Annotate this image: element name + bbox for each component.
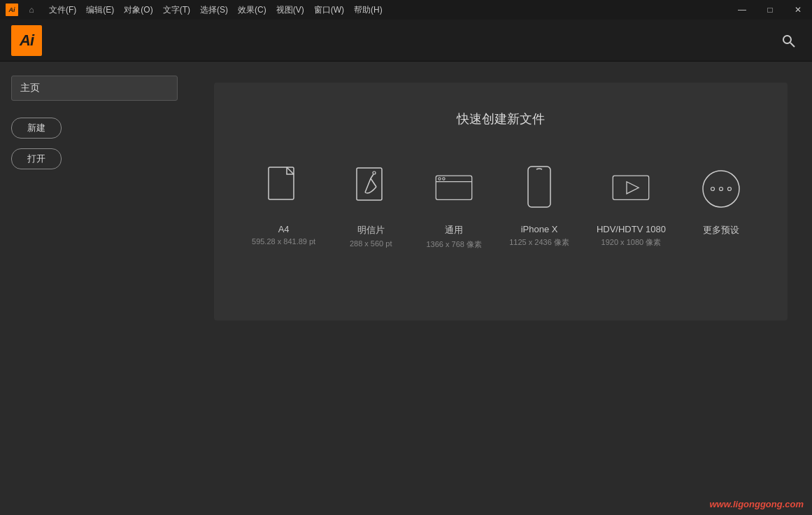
postcard-size: 288 x 560 pt: [350, 239, 392, 248]
preset-more[interactable]: 更多预设: [686, 155, 756, 245]
home-label: 主页: [11, 76, 178, 101]
svg-line-5: [371, 178, 376, 187]
svg-point-17: [719, 188, 722, 191]
main-content: 主页 新建 打开 快速创建新文件 A4: [0, 62, 812, 515]
a4-size: 595.28 x 841.89 pt: [252, 237, 315, 246]
menu-item-帮助H[interactable]: 帮助(H): [350, 3, 387, 17]
svg-rect-12: [528, 167, 550, 207]
app-logo-small: Ai: [6, 3, 18, 16]
preset-general[interactable]: 通用 1366 x 768 像素: [419, 155, 489, 255]
svg-marker-14: [627, 182, 639, 194]
svg-point-7: [373, 171, 376, 174]
svg-rect-13: [613, 176, 649, 199]
general-name: 通用: [445, 224, 463, 237]
svg-point-18: [727, 188, 731, 191]
svg-line-1: [790, 43, 795, 47]
a4-icon: [259, 161, 308, 217]
hdv-icon: [606, 161, 655, 217]
iphone-name: iPhone X: [521, 224, 558, 234]
iphone-size: 1125 x 2436 像素: [509, 237, 569, 248]
menu-item-文件F[interactable]: 文件(F): [45, 3, 80, 17]
more-icon: [697, 161, 746, 217]
hdv-name: HDV/HDTV 1080: [597, 224, 666, 234]
svg-point-15: [703, 171, 739, 207]
title-bar-controls: — □ ✕: [728, 0, 812, 20]
postcard-icon: [346, 161, 395, 217]
svg-rect-2: [269, 167, 294, 199]
preset-iphone[interactable]: iPhone X 1125 x 2436 像素: [502, 155, 576, 253]
menu-item-选择S[interactable]: 选择(S): [196, 3, 232, 17]
menu-item-对象O[interactable]: 对象(O): [120, 3, 157, 17]
close-button[interactable]: ✕: [784, 0, 812, 20]
minimize-button[interactable]: —: [728, 0, 756, 20]
menu-item-文字T[interactable]: 文字(T): [159, 3, 194, 17]
svg-rect-3: [357, 168, 382, 200]
open-button[interactable]: 打开: [11, 148, 62, 169]
search-button[interactable]: [776, 28, 801, 53]
menu-bar: 文件(F)编辑(E)对象(O)文字(T)选择(S)效果(C)视图(V)窗口(W)…: [45, 3, 387, 17]
postcard-name: 明信片: [357, 224, 385, 237]
more-name: 更多预设: [703, 224, 739, 237]
svg-line-4: [365, 178, 371, 192]
svg-point-16: [711, 188, 714, 191]
general-size: 1366 x 768 像素: [426, 239, 482, 250]
svg-point-11: [443, 178, 445, 180]
app-header: Ai: [0, 20, 812, 62]
svg-point-0: [783, 36, 791, 43]
watermark: www.ligonggong.com: [709, 499, 804, 509]
quick-create-panel: 快速创建新文件 A4 595.28 x 841.89 pt: [214, 83, 788, 320]
preset-postcard[interactable]: 明信片 288 x 560 pt: [336, 155, 406, 253]
home-icon[interactable]: ⌂: [24, 2, 39, 17]
svg-rect-8: [436, 176, 472, 199]
presets-row: A4 595.28 x 841.89 pt: [242, 155, 760, 255]
ai-logo: Ai: [11, 25, 42, 56]
preset-hdv[interactable]: HDV/HDTV 1080 1920 x 1080 像素: [590, 155, 673, 253]
menu-item-编辑E[interactable]: 编辑(E): [82, 3, 118, 17]
svg-point-10: [439, 178, 441, 180]
preset-a4[interactable]: A4 595.28 x 841.89 pt: [245, 155, 322, 251]
restore-button[interactable]: □: [756, 0, 784, 20]
general-icon: [429, 161, 478, 217]
menu-item-视图V[interactable]: 视图(V): [272, 3, 308, 17]
menu-item-窗口W[interactable]: 窗口(W): [310, 3, 348, 17]
menu-item-效果C[interactable]: 效果(C): [234, 3, 271, 17]
title-bar: Ai ⌂ 文件(F)编辑(E)对象(O)文字(T)选择(S)效果(C)视图(V)…: [0, 0, 812, 20]
hdv-size: 1920 x 1080 像素: [601, 237, 662, 248]
content-area: 快速创建新文件 A4 595.28 x 841.89 pt: [189, 62, 812, 515]
new-button[interactable]: 新建: [11, 118, 62, 139]
sidebar: 主页 新建 打开: [0, 62, 189, 515]
a4-name: A4: [278, 224, 290, 234]
iphone-icon: [515, 161, 564, 217]
svg-line-6: [371, 174, 373, 178]
panel-title: 快速创建新文件: [242, 111, 760, 127]
title-bar-left: Ai ⌂ 文件(F)编辑(E)对象(O)文字(T)选择(S)效果(C)视图(V)…: [6, 2, 387, 17]
